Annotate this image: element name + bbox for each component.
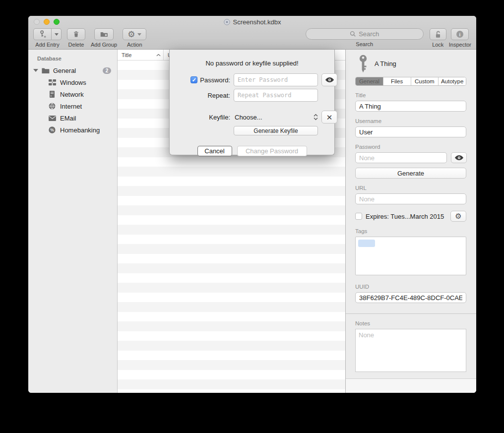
delete-item: Delete (67, 28, 85, 48)
sidebar-item-label: Homebanking (60, 126, 100, 134)
disclosure-triangle-icon[interactable] (32, 69, 39, 72)
password-label: Password (355, 144, 466, 150)
inspector-button[interactable]: i (451, 28, 469, 40)
expires-options-button[interactable]: ⚙ (450, 211, 466, 222)
titlebar-toolbar: Screenshot.kdbx Add Entry Delete (28, 16, 476, 50)
inspector-panel: A Thing General Files Custom Autotype Ti… (345, 50, 476, 393)
section-divider (346, 313, 476, 314)
add-group-label: Add Group (91, 42, 117, 48)
reveal-password-button[interactable] (451, 152, 467, 163)
reveal-password-button[interactable] (321, 73, 337, 86)
sidebar: Database General 2 Windows Network (28, 50, 118, 393)
gear-icon: ⚙ (455, 213, 461, 220)
generate-password-button[interactable]: Generate (355, 168, 466, 179)
tab-autotype[interactable]: Autotype (439, 77, 466, 85)
url-field[interactable] (355, 193, 466, 204)
lock-label: Lock (432, 42, 443, 48)
add-entry-label: Add Entry (35, 42, 59, 48)
computers-icon (48, 78, 57, 87)
sidebar-item-label: Network (60, 91, 84, 98)
search-input[interactable]: Search (306, 28, 424, 40)
sidebar-item-network[interactable]: Network (28, 88, 117, 100)
add-group-button[interactable] (94, 28, 114, 40)
window-titlebar: Screenshot.kdbx (28, 18, 476, 26)
toolbar-right: Search Search Lock i Inspector (306, 28, 471, 48)
sidebar-item-label: Windows (60, 79, 86, 86)
sidebar-item-homebanking[interactable]: % Homebanking (28, 124, 117, 136)
sidebar-item-windows[interactable]: Windows (28, 76, 117, 88)
action-button[interactable]: ⚙ (123, 28, 146, 40)
column-header-title[interactable]: Title (118, 50, 164, 60)
username-field[interactable] (355, 126, 466, 137)
stepper-icon (314, 114, 318, 121)
tags-field[interactable] (355, 237, 466, 275)
password-checkbox[interactable]: ✓ (190, 76, 197, 83)
username-label: Username (355, 118, 466, 124)
app-window: Screenshot.kdbx Add Entry Delete (28, 16, 476, 393)
info-circle-icon: i (455, 30, 464, 39)
sidebar-item-general[interactable]: General 2 (28, 64, 117, 76)
uuid-field[interactable] (355, 292, 466, 303)
add-entry-dropdown[interactable] (52, 28, 62, 40)
trash-icon (72, 30, 80, 39)
change-password-sheet: No password or keyfile supplied! ✓ Passw… (169, 50, 335, 155)
expires-row: Expires: Tues...March 2015 ⚙ (355, 211, 466, 222)
tab-files[interactable]: Files (383, 77, 411, 85)
url-label: URL (355, 185, 466, 191)
clear-keyfile-button[interactable]: ✕ (321, 111, 337, 124)
lock-item: Lock (430, 28, 446, 48)
password-label-row: ✓ Password: (179, 76, 230, 84)
entry-count-badge: 2 (103, 67, 111, 74)
title-field[interactable] (355, 101, 466, 112)
password-label: Password: (200, 76, 230, 84)
search-label: Search (356, 41, 373, 47)
folder-plus-icon (99, 30, 109, 39)
cancel-button[interactable]: Cancel (197, 146, 232, 156)
repeat-password-field[interactable] (234, 89, 318, 102)
inspector-item: i Inspector (449, 28, 471, 48)
key-plus-icon (38, 30, 47, 39)
tab-general[interactable]: General (356, 77, 383, 85)
tab-custom[interactable]: Custom (411, 77, 439, 85)
sidebar-item-label: General (53, 67, 76, 74)
add-entry-button[interactable] (33, 28, 52, 40)
search-item: Search Search (306, 28, 424, 47)
enter-password-field[interactable] (234, 73, 318, 86)
expires-checkbox[interactable] (355, 213, 362, 220)
tag-token[interactable] (358, 240, 375, 247)
inspector-scroll: A Thing General Files Custom Autotype Ti… (346, 50, 476, 378)
entry-title: A Thing (375, 60, 396, 67)
keyfile-label: Keyfile: (179, 114, 230, 121)
sidebar-item-email[interactable]: EMail (28, 112, 117, 124)
expires-label: Expires: Tues...March 2015 (366, 213, 444, 220)
sheet-message: No password or keyfile supplied! (170, 60, 334, 67)
eye-icon (454, 155, 464, 161)
open-padlock-icon (434, 30, 442, 39)
change-password-button[interactable]: Change Password (237, 146, 307, 156)
keyfile-value: Choose... (235, 114, 262, 121)
generate-keyfile-button[interactable]: Generate Keyfile (234, 126, 318, 135)
password-field[interactable] (355, 152, 447, 163)
eye-icon (325, 77, 334, 83)
search-icon (350, 31, 356, 37)
percent-circle-icon: % (48, 125, 57, 134)
gear-icon: ⚙ (127, 30, 135, 39)
sidebar-item-label: Internet (60, 103, 82, 110)
sidebar-header: Database (28, 54, 117, 64)
title-label: Title (355, 92, 466, 98)
notes-field[interactable] (355, 329, 466, 372)
server-icon (48, 90, 57, 99)
action-label: Action (127, 42, 142, 48)
inspector-tabs: General Files Custom Autotype (355, 77, 466, 86)
inspector-label: Inspector (449, 42, 471, 48)
sidebar-item-internet[interactable]: Internet (28, 100, 117, 112)
notes-label: Notes (355, 320, 466, 326)
key-icon (358, 55, 368, 73)
search-placeholder: Search (359, 30, 379, 38)
lock-button[interactable] (430, 28, 446, 40)
sort-ascending-icon (156, 54, 161, 57)
folder-icon (41, 66, 50, 75)
repeat-label: Repeat: (179, 92, 230, 99)
delete-button[interactable] (67, 28, 85, 40)
keyfile-popup[interactable]: Choose... (234, 114, 318, 121)
